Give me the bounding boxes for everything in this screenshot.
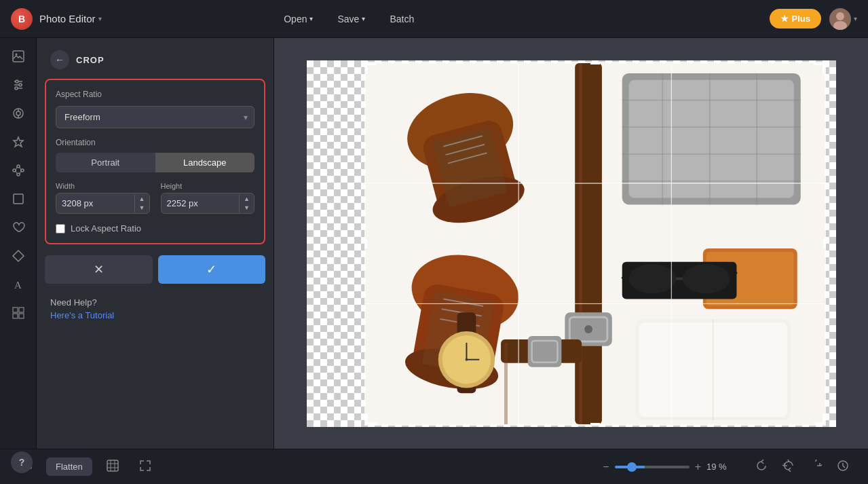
svg-rect-46 bbox=[579, 63, 582, 424]
svg-marker-14 bbox=[14, 137, 23, 147]
zoom-controls: − + 19 % bbox=[603, 461, 731, 473]
svg-rect-28 bbox=[13, 314, 18, 318]
title-chevron-icon: ▾ bbox=[98, 15, 102, 22]
icon-sidebar: A bbox=[0, 38, 37, 449]
app-logo: B bbox=[11, 8, 33, 30]
width-field: Width ▲ ▼ bbox=[56, 182, 150, 214]
avatar-wrapper[interactable]: ▾ bbox=[821, 8, 857, 30]
crop-image-area[interactable] bbox=[364, 62, 826, 426]
orientation-buttons: Portrait Landscape bbox=[56, 153, 254, 172]
app-title[interactable]: Photo Editor ▾ bbox=[39, 13, 102, 24]
cancel-button[interactable]: ✕ bbox=[45, 255, 153, 284]
lock-aspect-label: Lock Aspect Ratio bbox=[71, 223, 141, 234]
undo-button[interactable] bbox=[777, 457, 800, 477]
svg-point-11 bbox=[16, 111, 20, 115]
sidebar-item-diamond[interactable] bbox=[5, 243, 31, 269]
svg-rect-27 bbox=[19, 308, 24, 312]
sidebar-item-image[interactable] bbox=[5, 43, 31, 69]
height-input-wrapper: ▲ ▼ bbox=[161, 193, 255, 214]
sidebar-item-effects[interactable] bbox=[5, 129, 31, 155]
width-input-wrapper: ▲ ▼ bbox=[56, 193, 150, 214]
height-label: Height bbox=[161, 182, 255, 190]
bottom-bar: Flatten − + 19 % bbox=[0, 449, 868, 484]
portrait-button[interactable]: Portrait bbox=[56, 153, 155, 172]
svg-point-1 bbox=[833, 21, 847, 30]
avatar-chevron-icon: ▾ bbox=[854, 15, 857, 22]
height-decrement[interactable]: ▼ bbox=[240, 204, 254, 212]
plus-button[interactable]: ★ Plus bbox=[770, 9, 821, 29]
width-increment[interactable]: ▲ bbox=[135, 195, 149, 204]
expand-button[interactable] bbox=[133, 456, 157, 478]
svg-point-9 bbox=[15, 87, 18, 90]
sidebar-item-adjustments[interactable] bbox=[5, 72, 31, 98]
help-link[interactable]: Here's a Tutorial bbox=[50, 310, 260, 320]
rotate-button[interactable] bbox=[750, 457, 773, 477]
svg-rect-45 bbox=[575, 63, 602, 424]
back-button[interactable]: ← bbox=[50, 50, 69, 69]
open-button[interactable]: Open ▾ bbox=[274, 10, 322, 29]
help-heading: Need Help? bbox=[50, 297, 260, 308]
fit-screen-button[interactable] bbox=[100, 456, 125, 478]
zoom-slider[interactable] bbox=[615, 466, 690, 468]
logo-letter: B bbox=[18, 14, 25, 24]
aspect-ratio-label: Aspect Ratio bbox=[56, 90, 254, 99]
header-center-nav: Open ▾ Save ▾ Batch bbox=[274, 10, 423, 29]
lock-aspect-checkbox[interactable] bbox=[56, 224, 65, 234]
plus-star-icon: ★ bbox=[780, 14, 789, 24]
svg-rect-51 bbox=[628, 79, 793, 198]
svg-point-49 bbox=[584, 325, 592, 333]
svg-point-62 bbox=[628, 263, 675, 293]
sidebar-item-nodes[interactable] bbox=[5, 157, 31, 183]
svg-line-19 bbox=[16, 167, 17, 170]
svg-line-20 bbox=[20, 167, 21, 170]
tool-panel: ← CROP Aspect Ratio Freeform 1:1 4:3 16:… bbox=[37, 38, 274, 449]
sidebar-item-heart[interactable] bbox=[5, 215, 31, 240]
batch-button[interactable]: Batch bbox=[380, 10, 423, 29]
tool-header: ← CROP bbox=[37, 38, 273, 79]
confirm-button[interactable]: ✓ bbox=[158, 255, 266, 284]
dimensions-row: Width ▲ ▼ Height ▲ bbox=[56, 182, 254, 214]
height-input[interactable] bbox=[162, 193, 240, 213]
cancel-icon: ✕ bbox=[94, 263, 104, 276]
svg-point-17 bbox=[21, 169, 24, 172]
height-increment[interactable]: ▲ bbox=[240, 195, 254, 204]
svg-point-8 bbox=[19, 83, 22, 86]
canvas-area bbox=[274, 38, 868, 449]
orientation-label: Orientation bbox=[56, 138, 254, 147]
sidebar-item-filter[interactable] bbox=[5, 100, 31, 126]
confirm-icon: ✓ bbox=[206, 263, 216, 276]
sidebar-item-shapes[interactable] bbox=[5, 186, 31, 212]
open-chevron-icon: ▾ bbox=[309, 15, 313, 22]
redo-button[interactable] bbox=[804, 457, 827, 477]
aspect-ratio-select[interactable]: Freeform 1:1 4:3 16:9 3:2 bbox=[56, 106, 254, 128]
svg-point-0 bbox=[836, 12, 844, 20]
svg-point-18 bbox=[17, 173, 20, 176]
aspect-ratio-wrapper: Freeform 1:1 4:3 16:9 3:2 ▾ bbox=[56, 106, 254, 128]
zoom-out-button[interactable]: − bbox=[603, 461, 609, 473]
width-decrement[interactable]: ▼ bbox=[135, 204, 149, 212]
sidebar-item-text[interactable]: A bbox=[5, 272, 31, 297]
history-button[interactable] bbox=[831, 457, 854, 477]
width-spinners: ▲ ▼ bbox=[134, 195, 149, 212]
zoom-in-button[interactable]: + bbox=[695, 461, 701, 473]
svg-rect-74 bbox=[504, 342, 508, 424]
save-button[interactable]: Save ▾ bbox=[328, 10, 375, 29]
svg-rect-87 bbox=[107, 460, 118, 471]
help-circle[interactable]: ? bbox=[11, 451, 33, 473]
svg-rect-29 bbox=[19, 314, 24, 318]
tool-title: CROP bbox=[76, 55, 105, 65]
zoom-value: 19 % bbox=[706, 462, 731, 472]
height-field: Height ▲ ▼ bbox=[161, 182, 255, 214]
width-input[interactable] bbox=[56, 193, 134, 213]
svg-rect-23 bbox=[14, 194, 23, 204]
svg-marker-24 bbox=[13, 250, 24, 261]
sidebar-item-texture[interactable] bbox=[5, 300, 31, 326]
lock-row: Lock Aspect Ratio bbox=[56, 223, 254, 234]
svg-point-16 bbox=[17, 165, 20, 168]
avatar bbox=[829, 8, 851, 30]
action-buttons: ✕ ✓ bbox=[45, 255, 265, 284]
svg-rect-2 bbox=[13, 51, 24, 62]
main-layout: A ← CROP Aspect Ratio Freeform 1:1 4:3 1… bbox=[0, 38, 868, 449]
landscape-button[interactable]: Landscape bbox=[155, 153, 255, 172]
flatten-button[interactable]: Flatten bbox=[46, 458, 92, 476]
